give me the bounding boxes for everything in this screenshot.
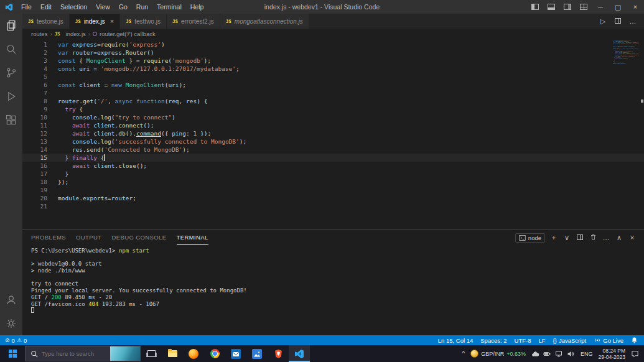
- explorer-icon[interactable]: [0, 14, 22, 37]
- menu-view[interactable]: View: [91, 0, 114, 14]
- panel-tab-terminal[interactable]: TERMINAL: [177, 231, 208, 245]
- code-line-1[interactable]: 1var express=require('express'): [22, 40, 644, 49]
- code-line-17[interactable]: 17 }: [22, 170, 644, 178]
- toggle-panel-icon[interactable]: [548, 4, 555, 10]
- breadcrumb-file[interactable]: index.js: [66, 30, 86, 37]
- code-line-16[interactable]: 16 await client.close();: [22, 162, 644, 170]
- tab-testtwo.js[interactable]: JStesttwo.js: [120, 14, 167, 29]
- terminal-output[interactable]: PS C:\Users\USER\webdev1> npm start> web…: [22, 245, 644, 335]
- cursor-position[interactable]: Ln 15, Col 14: [438, 337, 474, 344]
- panel-tab-problems[interactable]: PROBLEMS: [31, 231, 66, 245]
- breadcrumb-folder[interactable]: routes: [31, 30, 47, 37]
- vscode-button[interactable]: [289, 345, 310, 362]
- code-line-13[interactable]: 13 console.log('successfully connected t…: [22, 137, 644, 146]
- language-mode[interactable]: {} JavaScript: [553, 337, 587, 344]
- panel-tab-output[interactable]: OUTPUT: [76, 231, 101, 245]
- code-editor[interactable]: 1var express=require('express')2var rout…: [22, 39, 644, 230]
- outlook-button[interactable]: [225, 345, 246, 362]
- minimize-button[interactable]: ─: [592, 0, 609, 14]
- toggle-secondary-sidebar-icon[interactable]: [564, 4, 571, 10]
- menu-selection[interactable]: Selection: [56, 0, 91, 14]
- notifications-bell[interactable]: [631, 336, 638, 344]
- run-file-button[interactable]: ▷: [597, 17, 609, 26]
- new-terminal-icon[interactable]: +: [549, 234, 558, 241]
- run-debug-icon[interactable]: [0, 85, 22, 108]
- eol-setting[interactable]: LF: [538, 337, 545, 344]
- menu-run[interactable]: Run: [132, 0, 152, 14]
- search-icon[interactable]: [0, 37, 22, 61]
- code-line-21[interactable]: 21: [22, 202, 644, 210]
- terminal-dropdown-icon[interactable]: ∨: [562, 234, 571, 242]
- firefox-button[interactable]: [183, 345, 204, 362]
- volume-icon[interactable]: [567, 350, 575, 358]
- code-line-15[interactable]: 15 } finally {: [22, 154, 644, 162]
- menu-go[interactable]: Go: [114, 0, 132, 14]
- code-line-7[interactable]: 7: [22, 89, 644, 97]
- go-live-button[interactable]: Go Live: [594, 336, 623, 344]
- photos-button[interactable]: [246, 345, 268, 362]
- tab-index.js[interactable]: JSindex.js×: [70, 14, 120, 29]
- code-line-2[interactable]: 2var router=express.Router(): [22, 49, 644, 57]
- menu-edit[interactable]: Edit: [36, 0, 56, 14]
- battery-icon[interactable]: [543, 350, 551, 358]
- code-line-11[interactable]: 11 await client.connect();: [22, 121, 644, 129]
- panel-tab-debug-console[interactable]: DEBUG CONSOLE: [111, 231, 166, 245]
- clock[interactable]: 08:24 PM 29-04-2023: [599, 348, 625, 360]
- code-line-14[interactable]: 14 res.send('Connected to MongoDB');: [22, 146, 644, 154]
- code-line-10[interactable]: 10 console.log("try to connect"): [22, 113, 644, 121]
- file-explorer-button[interactable]: [162, 345, 183, 362]
- code-line-18[interactable]: 18});: [22, 178, 644, 186]
- code-line-19[interactable]: 19: [22, 186, 644, 194]
- account-icon[interactable]: [0, 288, 22, 312]
- split-editor-icon[interactable]: [612, 17, 624, 25]
- minimap[interactable]: var express=require('express')var router…: [613, 40, 639, 230]
- chrome-button[interactable]: [204, 345, 225, 362]
- code-line-5[interactable]: 5: [22, 73, 644, 81]
- customize-layout-icon[interactable]: [580, 4, 587, 10]
- hidden-icons-chevron[interactable]: ^: [462, 350, 465, 357]
- input-language-indicator[interactable]: ENG: [581, 351, 593, 357]
- tab-testone.js[interactable]: JStestone.js: [22, 14, 70, 29]
- task-view-button[interactable]: [141, 345, 162, 362]
- panel-more-actions-icon[interactable]: …: [602, 234, 610, 241]
- maximize-button[interactable]: ▢: [609, 0, 627, 14]
- breadcrumb-symbol[interactable]: router.get('/') callback: [100, 30, 156, 37]
- tab-errortest2.js[interactable]: JSerrortest2.js: [167, 14, 220, 29]
- code-line-9[interactable]: 9 try {: [22, 105, 644, 113]
- code-line-6[interactable]: 6const client = new MongoClient(uri);: [22, 81, 644, 89]
- action-center-icon[interactable]: [631, 350, 639, 358]
- tab-close-icon[interactable]: ×: [110, 17, 114, 25]
- search-input[interactable]: [42, 350, 104, 357]
- indentation-setting[interactable]: Spaces: 2: [480, 337, 506, 344]
- settings-gear-icon[interactable]: [0, 312, 22, 335]
- kill-terminal-icon[interactable]: [589, 233, 597, 242]
- close-button[interactable]: ×: [627, 0, 644, 14]
- problems-indicator[interactable]: ⊘ 0 ⚠ 0: [5, 337, 27, 344]
- split-terminal-icon[interactable]: [576, 234, 584, 241]
- search-highlight-image[interactable]: [110, 346, 140, 361]
- brave-button[interactable]: [268, 345, 289, 362]
- terminal-shell-selector[interactable]: node: [515, 233, 545, 243]
- start-button[interactable]: [0, 345, 25, 362]
- network-icon[interactable]: [555, 350, 563, 358]
- maximize-panel-icon[interactable]: ∧: [615, 234, 623, 242]
- menu-file[interactable]: File: [17, 0, 36, 14]
- close-panel-icon[interactable]: ×: [628, 234, 637, 241]
- menu-terminal[interactable]: Terminal: [152, 0, 186, 14]
- editor-more-actions-icon[interactable]: …: [627, 17, 639, 25]
- encoding-setting[interactable]: UTF-8: [515, 337, 531, 344]
- extensions-icon[interactable]: [0, 108, 22, 132]
- menu-help[interactable]: Help: [186, 0, 208, 14]
- toggle-sidebar-icon[interactable]: [531, 4, 539, 10]
- news-interests-widget[interactable]: GBP/INR +0.63%: [470, 350, 526, 358]
- taskbar-search-box[interactable]: [25, 346, 141, 361]
- tab-mongoatlasconnection.js[interactable]: JSmongoatlasconnection.js: [220, 14, 309, 29]
- onedrive-icon[interactable]: [531, 350, 539, 358]
- code-line-8[interactable]: 8router.get('/', async function(req, res…: [22, 97, 644, 105]
- code-line-3[interactable]: 3const { MongoClient } = require('mongod…: [22, 57, 644, 65]
- source-control-icon[interactable]: [0, 61, 22, 85]
- code-line-4[interactable]: 4const uri = 'mongodb://127.0.0.1:27017/…: [22, 65, 644, 73]
- code-line-20[interactable]: 20module.exports=router;: [22, 194, 644, 202]
- line-number: 7: [31, 89, 47, 97]
- code-line-12[interactable]: 12 await client.db().command({ ping: 1 }…: [22, 129, 644, 137]
